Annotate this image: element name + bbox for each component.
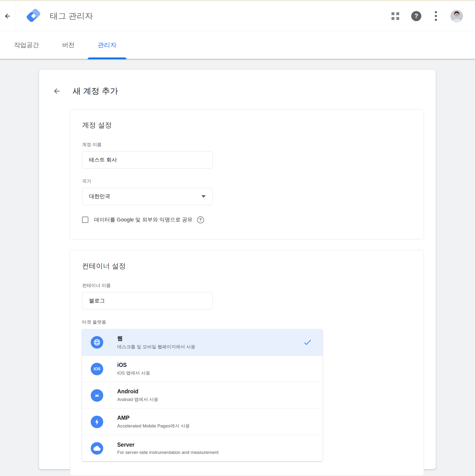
country-select[interactable]: 대한민국	[82, 188, 213, 205]
more-menu-icon[interactable]	[433, 10, 438, 22]
container-name-label: 컨테이너 이름	[82, 283, 424, 289]
help-icon[interactable]: ?	[411, 11, 421, 21]
main-content: 새 계정 추가 계정 설정 계정 이름 국가 대한민국 데이터를 Google …	[0, 59, 475, 476]
tab-bar: 작업공간 버전 관리자	[0, 31, 475, 59]
tab-versions[interactable]: 버전	[51, 31, 86, 59]
header-divider	[15, 1, 15, 31]
gtm-logo-icon	[26, 9, 41, 23]
share-data-checkbox[interactable]	[82, 217, 88, 223]
country-select-value: 대한민국	[89, 193, 110, 200]
account-name-label: 계정 이름	[82, 142, 424, 148]
account-settings-title: 계정 설정	[82, 120, 424, 130]
ios-icon: iOS	[91, 363, 103, 375]
arrow-left-icon	[53, 87, 61, 95]
platform-title: 웹	[117, 335, 303, 342]
check-icon	[303, 338, 312, 347]
platform-subtitle: Accelerated Mobile Pages에서 사용	[117, 423, 312, 429]
platform-subtitle: 데스크톱 및 모바일 웹페이지에서 사용	[117, 344, 303, 350]
container-settings-title: 컨테이너 설정	[82, 261, 424, 271]
account-name-input[interactable]	[82, 151, 213, 169]
app-title: 태그 관리자	[50, 11, 93, 22]
platform-title: Android	[117, 388, 312, 395]
platform-option-server[interactable]: Server For server-side instrumentation a…	[82, 435, 323, 461]
share-data-label: 데이터를 Google 및 외부와 익명으로 공유	[94, 216, 193, 223]
apps-grid-icon[interactable]	[391, 12, 399, 20]
platform-option-web[interactable]: 웹 데스크톱 및 모바일 웹페이지에서 사용	[82, 329, 323, 356]
share-data-help-icon[interactable]: ?	[197, 216, 204, 223]
account-settings-section: 계정 설정 계정 이름 국가 대한민국 데이터를 Google 및 외부와 익명…	[70, 109, 424, 239]
add-account-card: 새 계정 추가 계정 설정 계정 이름 국가 대한민국 데이터를 Google …	[39, 70, 436, 469]
target-platform-label: 타겟 플랫폼	[82, 319, 424, 325]
country-label: 국가	[82, 178, 424, 184]
platform-option-ios[interactable]: iOS iOS iOS 앱에서 사용	[82, 356, 323, 382]
page-back-button[interactable]	[52, 86, 62, 96]
chevron-down-icon	[201, 195, 206, 198]
browser-back-button[interactable]	[0, 1, 15, 31]
platform-option-android[interactable]: Android Android 앱에서 사용	[82, 382, 323, 408]
platform-subtitle: Android 앱에서 사용	[117, 396, 312, 403]
tab-workspace[interactable]: 작업공간	[2, 31, 51, 59]
container-name-input[interactable]	[82, 292, 213, 309]
platform-title: Server	[117, 442, 312, 448]
platform-title: AMP	[117, 415, 312, 421]
globe-icon	[91, 336, 103, 349]
app-header: 태그 관리자 ?	[0, 1, 475, 31]
amp-icon	[91, 416, 103, 428]
android-icon	[91, 389, 103, 402]
platform-subtitle: For server-side instrumentation and meas…	[117, 450, 312, 455]
platform-subtitle: iOS 앱에서 사용	[117, 370, 312, 376]
page-title: 새 계정 추가	[73, 85, 118, 97]
tab-admin[interactable]: 관리자	[86, 31, 128, 59]
avatar[interactable]	[450, 10, 463, 22]
platform-title: iOS	[117, 362, 312, 368]
platform-option-amp[interactable]: AMP Accelerated Mobile Pages에서 사용	[82, 408, 323, 435]
arrow-left-icon	[4, 13, 11, 20]
target-platform-list: 웹 데스크톱 및 모바일 웹페이지에서 사용 iOS iOS iOS 앱에서 사…	[82, 329, 323, 461]
container-settings-section: 컨테이너 설정 컨테이너 이름 타겟 플랫폼 웹 데스크톱 및 모바일 웹페이지…	[70, 250, 424, 476]
cloud-icon	[91, 442, 103, 455]
